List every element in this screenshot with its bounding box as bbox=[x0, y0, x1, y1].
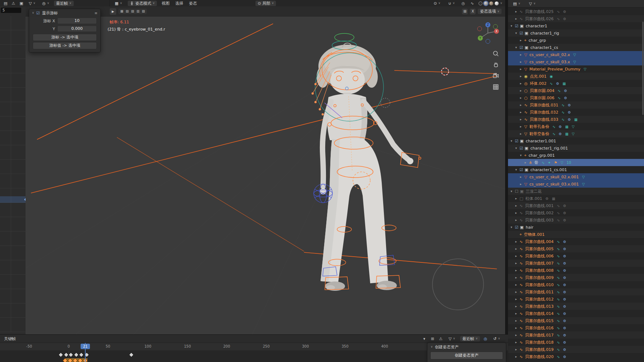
row-badge-icon[interactable]: ⚙ bbox=[563, 340, 566, 344]
row-badge-icon[interactable]: ∿ bbox=[550, 82, 553, 86]
keying-icon[interactable]: ▧ bbox=[130, 9, 135, 14]
row-badge-icon[interactable]: ▽ bbox=[561, 161, 563, 165]
x-mirror-toggle[interactable]: X bbox=[470, 9, 476, 14]
outliner-item-label[interactable]: 贝塞尔圆.006 bbox=[530, 95, 555, 101]
filter-dropdown[interactable]: ▽ ∨ bbox=[27, 1, 37, 6]
row-badge-icon[interactable]: ∿ bbox=[557, 326, 560, 330]
row-badge-icon[interactable]: ⚙ bbox=[564, 89, 567, 93]
row-badge-icon[interactable]: ∿ bbox=[557, 240, 560, 244]
row-badge-icon[interactable]: ∿ bbox=[557, 269, 560, 272]
caret-right-icon[interactable]: ▸ bbox=[519, 125, 523, 128]
row-badge-icon[interactable]: ⚙ bbox=[563, 10, 566, 14]
warning-icon[interactable]: ⚠ bbox=[438, 336, 444, 342]
row-badge-icon[interactable]: ∿ bbox=[557, 355, 560, 359]
caret-right-icon[interactable]: ▸ bbox=[519, 67, 523, 71]
caret-right-icon[interactable]: ▸ bbox=[514, 197, 518, 200]
row-badge-icon[interactable]: ▽ bbox=[582, 175, 585, 179]
snapping-dropdown[interactable]: ∪ ∨ bbox=[446, 1, 457, 6]
caret-down-icon[interactable]: ▾ bbox=[509, 225, 513, 229]
row-badge-icon[interactable]: ∿ bbox=[557, 204, 560, 208]
proportional-dropdown[interactable]: ◎ ∨ bbox=[40, 1, 51, 6]
proportional-editing-icon[interactable]: ◎ bbox=[461, 1, 466, 6]
row-badge-icon[interactable]: ∿ bbox=[558, 96, 561, 100]
menu-select[interactable]: 选择 bbox=[174, 1, 184, 6]
outliner-item-label[interactable]: 骨 bbox=[534, 160, 538, 165]
row-badge-icon[interactable]: ∿ bbox=[562, 118, 564, 122]
outliner-row[interactable]: ▾☑▣character1_cs.001 bbox=[508, 166, 644, 173]
caret-down-icon[interactable]: ▾ bbox=[509, 139, 513, 143]
outliner-row[interactable]: ▸∿贝塞尔曲线.004∿⚙ bbox=[508, 238, 644, 245]
outliner-item-label[interactable]: 贝塞尔曲线.004 bbox=[525, 239, 554, 244]
row-badge-icon[interactable]: ∿ bbox=[557, 218, 560, 222]
outliner-item-label[interactable]: 贝塞尔曲线.002 bbox=[525, 210, 554, 216]
caret-right-icon[interactable]: ▸ bbox=[519, 103, 523, 107]
outliner-item-label[interactable]: character1_rig.001 bbox=[530, 146, 568, 151]
outliner-item-label[interactable]: 贝塞尔曲线.032 bbox=[530, 110, 558, 115]
row-badge-icon[interactable]: ⚙ bbox=[563, 218, 566, 222]
outliner-row[interactable]: ▸∿贝塞尔曲线.010∿⚙ bbox=[508, 281, 644, 288]
outliner-item-label[interactable]: 贝塞尔曲线.031 bbox=[530, 102, 558, 108]
keyframe-diamond[interactable] bbox=[74, 352, 79, 357]
outliner-row[interactable]: ▸▽cs_user_c_skull_02.x▽ bbox=[508, 51, 644, 58]
row-badge-icon[interactable]: ∿ bbox=[557, 261, 560, 265]
outliner-row[interactable]: ▸▽cs_user_c_skull_02.x.001▽ bbox=[508, 173, 644, 180]
outliner-item-label[interactable]: cs_user_c_skull_03.x bbox=[529, 60, 570, 64]
collection-checkbox[interactable]: ☑ bbox=[515, 139, 518, 143]
keying-icon[interactable]: ▤ bbox=[125, 9, 130, 14]
copy-icon[interactable]: ⊞ bbox=[430, 336, 435, 342]
cursor-x-field[interactable]: 10 bbox=[57, 18, 97, 24]
strip-value-field[interactable]: 5 bbox=[1, 8, 21, 13]
material-shading-button[interactable] bbox=[489, 1, 493, 5]
zoom-icon[interactable] bbox=[492, 50, 500, 58]
caret-right-icon[interactable]: ▸ bbox=[519, 182, 523, 186]
row-badge-icon[interactable]: ∿ bbox=[557, 340, 560, 344]
caret-right-icon[interactable]: ▸ bbox=[514, 290, 518, 294]
auto-keying-dropdown[interactable]: ↺ ∨ bbox=[491, 336, 502, 342]
outliner-item-label[interactable]: 贝塞尔曲线.007 bbox=[525, 261, 554, 266]
row-badge-icon[interactable]: ⚙ bbox=[563, 333, 566, 337]
caret-right-icon[interactable]: ▸ bbox=[519, 175, 523, 179]
caret-down-icon[interactable]: ▾ bbox=[519, 153, 523, 157]
outliner-item-label[interactable]: 贝塞尔曲线.008 bbox=[525, 268, 554, 273]
caret-right-icon[interactable]: ▸ bbox=[514, 297, 518, 301]
caret-down-icon[interactable]: ▾ bbox=[514, 31, 518, 35]
outliner-item-label[interactable]: 贝塞尔曲线.025 bbox=[525, 9, 554, 14]
asset-panel-header[interactable]: ∨ 创建姿态资产 bbox=[427, 343, 506, 351]
outliner-row[interactable]: ▸∿贝塞尔曲线.006∿⚙ bbox=[508, 252, 644, 260]
outliner-row[interactable]: ▸∿贝塞尔曲线.026∿⚙ bbox=[508, 15, 644, 22]
caret-right-icon[interactable]: ▸ bbox=[514, 304, 518, 308]
outliner-item-label[interactable]: character1_rig bbox=[530, 31, 559, 36]
editor-separator[interactable] bbox=[505, 0, 508, 362]
axis-z-neg-ball[interactable] bbox=[486, 39, 490, 43]
outliner-row[interactable]: ▸○贝塞尔圆.004∿⚙ bbox=[508, 87, 644, 94]
caret-right-icon[interactable]: ▸ bbox=[514, 10, 518, 13]
caret-right-icon[interactable]: ▸ bbox=[514, 247, 518, 251]
row-badge-icon[interactable]: ⚙ bbox=[564, 96, 567, 100]
caret-right-icon[interactable]: ▸ bbox=[514, 254, 518, 258]
falloff-curve-icon[interactable]: ∿ bbox=[470, 1, 475, 6]
outliner-item-label[interactable]: character1 bbox=[526, 24, 547, 28]
outliner-item-label[interactable]: 贝塞尔曲线.003 bbox=[525, 217, 554, 223]
outliner-row[interactable]: ▾☐▣三渲二花 bbox=[508, 188, 644, 195]
outliner-row[interactable]: ▾☑▣character1_rig bbox=[508, 29, 644, 37]
row-badge-icon[interactable]: ⚙ bbox=[563, 269, 566, 272]
outliner-row[interactable]: ▾☑▣character1.001 bbox=[508, 137, 644, 145]
outliner-item-label[interactable]: 空物体.001 bbox=[524, 232, 545, 237]
menu-keyframe[interactable]: 关键帧 bbox=[3, 336, 17, 342]
playhead-icon[interactable]: ▾ bbox=[422, 336, 427, 342]
outliner-item-label[interactable]: 鞋带孔备份 bbox=[529, 124, 549, 129]
outliner-row[interactable]: ▸∿贝塞尔曲线.031∿⚙ bbox=[508, 101, 644, 109]
caret-right-icon[interactable]: ▸ bbox=[519, 38, 523, 42]
play-button[interactable]: ▶ bbox=[110, 8, 116, 15]
outliner-row[interactable]: ▸∿贝塞尔曲线.007∿⚙ bbox=[508, 260, 644, 267]
outliner-row[interactable]: ▸∿贝塞尔曲线.001∿⚙ bbox=[508, 202, 644, 209]
collection-checkbox[interactable]: ☐ bbox=[515, 189, 518, 194]
outliner-row[interactable]: ▸◎环体.002∿⚙▦ bbox=[508, 80, 644, 87]
row-badge-icon[interactable]: ▽ bbox=[582, 182, 585, 186]
outliner-row[interactable]: ▸⋔骨∿✦⚑▽10 bbox=[508, 159, 644, 166]
row-badge-icon[interactable]: ∿ bbox=[557, 297, 560, 301]
caret-right-icon[interactable]: ▸ bbox=[514, 17, 518, 20]
caret-right-icon[interactable]: ▸ bbox=[519, 60, 523, 64]
outliner-item-label[interactable]: char_grp.001 bbox=[529, 153, 555, 158]
row-badge-icon[interactable]: ∿ bbox=[557, 290, 560, 294]
